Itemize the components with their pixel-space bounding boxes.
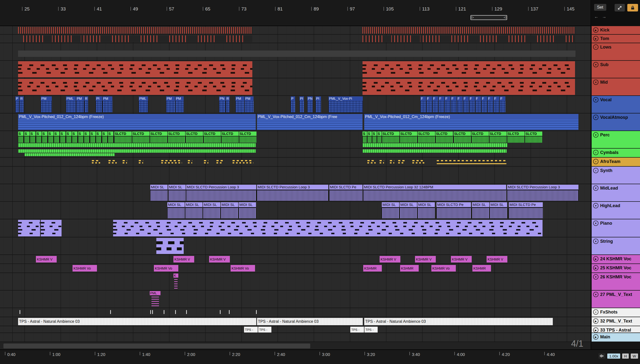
clip[interactable]: TPS - [364,327,378,332]
clip[interactable]: TPS - Astral - Natural Ambience 03 [257,318,363,325]
clip[interactable]: SLCTD [489,132,507,143]
clip[interactable]: S [18,132,24,143]
clip[interactable]: PML [66,96,76,112]
track-header-tom[interactable]: ▶Tom [592,35,640,43]
fold-icon[interactable]: ▼ [593,274,598,280]
clip[interactable]: MIDI SLCTD Percussion Loop 3 [507,185,578,201]
clip[interactable]: MIDI SL [472,202,489,218]
fold-icon[interactable]: ▼ [593,238,598,244]
clip[interactable]: PML [150,291,160,306]
clip[interactable]: K [173,274,178,288]
clip[interactable] [362,143,507,147]
clip[interactable]: KSHMR [472,265,491,272]
clip[interactable]: MIDI SLCTD Percussion Loop 32 124BPM [363,185,506,201]
clip[interactable]: S [84,132,89,143]
clip[interactable]: MIDI SL [203,202,220,218]
track-lane-lows[interactable] [0,43,591,61]
clip[interactable] [380,159,384,165]
track-lane-highlead[interactable]: MIDI SLMIDI SLMIDI SLMIDI SLMIDI SLMIDI … [0,202,591,219]
clip[interactable] [204,159,208,165]
track-header-cymbals[interactable]: ≡Cymbals [592,148,640,158]
clip[interactable] [362,79,575,95]
track-header-32-pml-v-text[interactable]: ▶32 PML_V_Text [592,317,640,326]
fold-icon[interactable]: ▼ [593,203,598,208]
group-icon[interactable]: ≡ [593,309,598,315]
clip[interactable]: KSHMR Vo [73,265,97,272]
track-header-afroteam[interactable]: ≡AfroTeam [592,158,640,167]
clip[interactable] [156,238,184,254]
clip[interactable]: S [36,132,42,143]
clip[interactable]: KSHMR V [36,256,57,262]
clip[interactable]: F [494,96,499,112]
clip[interactable] [23,36,252,42]
clip[interactable] [18,50,575,57]
arrangement-area[interactable]: PRPMPMLPMRPIPMPMLPMPMPNRPMPMPPIPNPIPML_V… [0,26,591,349]
clip[interactable]: F [457,96,463,112]
track-lane-vocalatmosp[interactable]: PML_V_Vox-Pitched_012_Cm_124bpm (Freeze)… [0,114,591,131]
clip[interactable]: MIDI SL [150,185,168,201]
clip[interactable]: SLCTD [418,132,435,143]
track-header-string[interactable]: ▼String [592,238,640,255]
clip[interactable]: S [90,132,96,143]
clip[interactable]: F [488,96,493,112]
clip[interactable]: MIDI SLCTD Pe [509,202,543,218]
clip[interactable]: KSHMR V [451,256,472,262]
play-icon[interactable]: ▶ [593,334,598,340]
clip[interactable]: F [433,96,438,112]
clip[interactable]: F [445,96,451,112]
link-icon-button[interactable] [615,4,625,12]
track-header-27-pml-v-text[interactable]: ▼27 PML_V_Text [592,290,640,308]
clip[interactable]: MIDI SLCTD Percussion Loop 3 [186,185,256,201]
track-lane-perc[interactable]: SSSSSSSSSSSSSSSSSLCTDSLCTDSLCTDSLCTDSLCT… [0,131,591,148]
clip[interactable]: R [226,96,230,112]
clip[interactable] [186,310,187,314]
clip[interactable]: KSHMR Vo [231,265,255,272]
clip[interactable]: MIDI SL [400,202,417,218]
clip[interactable]: PM [76,96,84,112]
track-header-synth[interactable]: ≡Synth [592,167,640,184]
clip[interactable]: PI [96,96,102,112]
clip[interactable]: SLCTD [507,132,524,143]
fold-icon[interactable]: ▼ [593,62,598,67]
clip[interactable] [150,310,151,314]
lock-icon-button[interactable] [627,4,638,12]
clip[interactable]: KSHMR V [380,256,400,262]
fold-icon[interactable]: ▼ [593,97,598,102]
clip[interactable]: MIDI SL [221,202,238,218]
clip[interactable] [139,159,143,165]
clip[interactable] [123,159,127,165]
clip[interactable] [217,159,223,165]
loop-end-handle[interactable]: ◁ [504,15,506,20]
clip[interactable]: SLCTD [221,132,239,143]
clip[interactable]: P [15,96,19,112]
clip[interactable] [437,159,506,165]
track-lane-cymbals[interactable] [0,148,591,158]
clip[interactable]: TPS - [244,327,258,332]
clip[interactable]: F [426,96,432,112]
clip[interactable] [18,220,40,236]
clip[interactable] [164,310,164,314]
clip[interactable]: F [420,96,426,112]
track-lane-26-kshmr-voc[interactable]: K [0,273,591,290]
clip[interactable]: PM [245,96,254,112]
clip[interactable]: KSHMR V [209,256,230,262]
clip[interactable]: TPS - [258,327,271,332]
clip[interactable]: MIDI SL [239,202,256,218]
clip[interactable]: F [475,96,481,112]
track-header-mid[interactable]: ▼Mid [592,78,640,96]
set-button[interactable]: Set [594,4,606,11]
track-header-kick[interactable]: ▶Kick [592,26,640,35]
clip[interactable]: PM [166,96,175,112]
clip[interactable]: PN [219,96,226,112]
track-lane-kick[interactable] [0,26,591,35]
clip[interactable]: S [102,132,107,143]
clip[interactable] [113,220,543,236]
clip[interactable] [256,310,257,314]
clip[interactable]: SLCTD [203,132,221,143]
clip[interactable]: S [60,132,66,143]
fold-icon[interactable]: ▼ [593,115,598,120]
clip[interactable]: S [24,132,30,143]
clip[interactable]: KSHMR V [173,256,194,262]
clip[interactable] [18,149,256,153]
bar-ruler[interactable]: 25334149576573818997105113121129137145 ▷… [0,0,591,26]
